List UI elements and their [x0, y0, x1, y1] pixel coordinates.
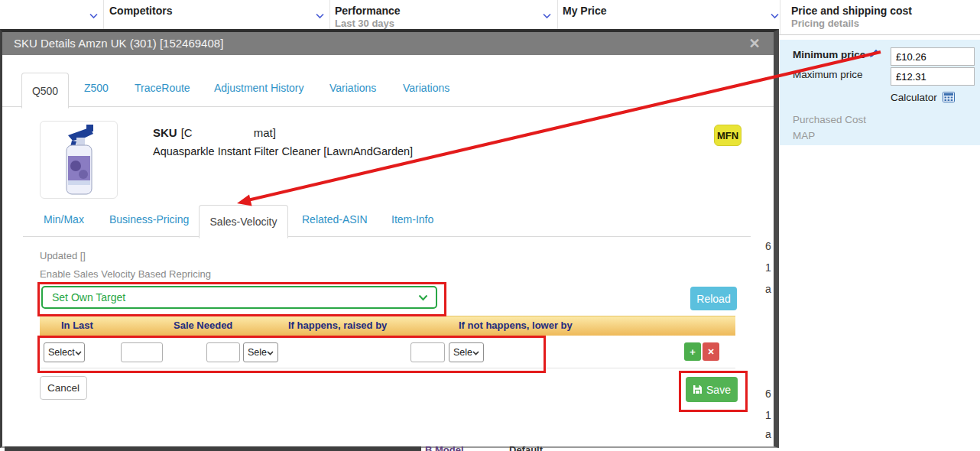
chevron-down-icon: [418, 290, 428, 304]
save-button[interactable]: Save: [686, 377, 738, 402]
cancel-button[interactable]: Cancel: [40, 376, 87, 400]
tabbar-border: [2, 72, 774, 107]
fulfillment-badge: MFN: [714, 125, 741, 146]
chevron-down-icon: [267, 347, 274, 358]
background-text-fragment: 1: [765, 261, 772, 274]
save-icon: [693, 384, 703, 394]
column-header-competitors: Competitors: [109, 5, 172, 17]
spray-bottle-graphic: [56, 124, 102, 196]
raise-amount-input[interactable]: [206, 342, 240, 362]
background-text-fragment: a: [765, 283, 772, 295]
column-subheader-performance: Last 30 days: [335, 18, 394, 29]
background-text-fragment: 1: [765, 409, 772, 421]
raise-unit-select[interactable]: Sele: [243, 342, 278, 362]
chevron-down-icon: [472, 347, 479, 358]
velocity-table-header: [40, 316, 735, 336]
column-header-my-price: My Price: [563, 5, 607, 17]
col-if-not-happens: If not happens, lower by: [459, 320, 573, 331]
maximum-price-label: Maximum price: [793, 69, 863, 80]
sku-value-open: [C: [181, 126, 193, 139]
enable-repricing-label: Enable Sales Velocity Based Repricing: [40, 268, 211, 280]
maximum-price-input[interactable]: [891, 67, 975, 86]
in-last-select[interactable]: Select: [44, 342, 85, 362]
updated-label: Updated []: [40, 250, 86, 261]
background-dark-bar: [5, 446, 421, 451]
background-text-fragment: 6: [765, 388, 772, 400]
tab-adjustment-history[interactable]: Adjustment History: [214, 82, 303, 94]
pencil-icon[interactable]: [868, 48, 879, 62]
tab-variations-2[interactable]: Variations: [403, 82, 449, 94]
lower-amount-input[interactable]: [410, 342, 445, 362]
target-select[interactable]: Set Own Target: [41, 286, 437, 309]
calculator-icon[interactable]: [943, 92, 955, 105]
minimum-price-label: Minimum price: [793, 49, 865, 60]
background-text-fragment: Default: [509, 444, 543, 451]
reload-button[interactable]: Reload: [690, 287, 737, 310]
modal-title: SKU Details Amzn UK (301) [152469408]: [14, 37, 223, 50]
sku-value-close: mat]: [254, 126, 276, 139]
column-header-performance: Performance: [335, 5, 401, 17]
column-subheader-price-shipping: Pricing details: [791, 18, 859, 29]
tab-traceroute[interactable]: TraceRoute: [135, 82, 190, 94]
tab-item-info[interactable]: Item-Info: [391, 213, 433, 226]
remove-row-button[interactable]: ✕: [703, 342, 719, 361]
target-select-value: Set Own Target: [52, 291, 125, 303]
background-text-fragment: a: [765, 428, 772, 440]
tab-z500[interactable]: Z500: [84, 82, 109, 94]
chevron-down-icon[interactable]: [771, 8, 779, 22]
page: Competitors Performance Last 30 days My …: [0, 0, 980, 451]
sale-needed-input[interactable]: [121, 342, 163, 362]
product-image: [40, 121, 118, 199]
col-sale-needed: Sale Needed: [174, 320, 232, 331]
close-icon[interactable]: ✕: [745, 34, 764, 53]
tab-related-asin[interactable]: Related-ASIN: [302, 213, 368, 226]
tab-q500[interactable]: Q500: [21, 73, 69, 109]
col-in-last: In Last: [61, 320, 93, 331]
calculator-label[interactable]: Calculator: [891, 92, 937, 103]
tab-min-max[interactable]: Min/Max: [44, 213, 84, 226]
add-row-button[interactable]: +: [684, 342, 701, 361]
background-link-fragment: B Model: [425, 444, 464, 451]
map-label: MAP: [793, 130, 815, 141]
col-if-happens: If happens, raised by: [288, 320, 387, 331]
chevron-down-icon: [75, 347, 82, 358]
tab-business-pricing[interactable]: Business-Pricing: [109, 213, 189, 226]
product-sku-line: SKU [C mat]: [153, 126, 276, 139]
row-bottom-border: [40, 368, 735, 368]
chevron-down-icon[interactable]: [543, 8, 551, 22]
column-header-price-shipping: Price and shipping cost: [791, 5, 912, 17]
chevron-down-icon[interactable]: [316, 8, 324, 22]
column-divider: [780, 0, 780, 34]
purchased-cost-label: Purchased Cost: [793, 114, 866, 125]
tab-variations-1[interactable]: Variations: [329, 82, 376, 94]
chevron-down-icon[interactable]: [89, 8, 98, 22]
sku-label: SKU: [153, 126, 177, 139]
lower-unit-select[interactable]: Sele: [449, 342, 484, 362]
tab-sales-velocity[interactable]: Sales-Velocity: [199, 205, 288, 238]
minimum-price-input[interactable]: [891, 47, 975, 66]
product-title: Aquasparkle Instant Filter Cleaner [Lawn…: [153, 145, 413, 157]
background-text-fragment: 6: [765, 240, 772, 252]
